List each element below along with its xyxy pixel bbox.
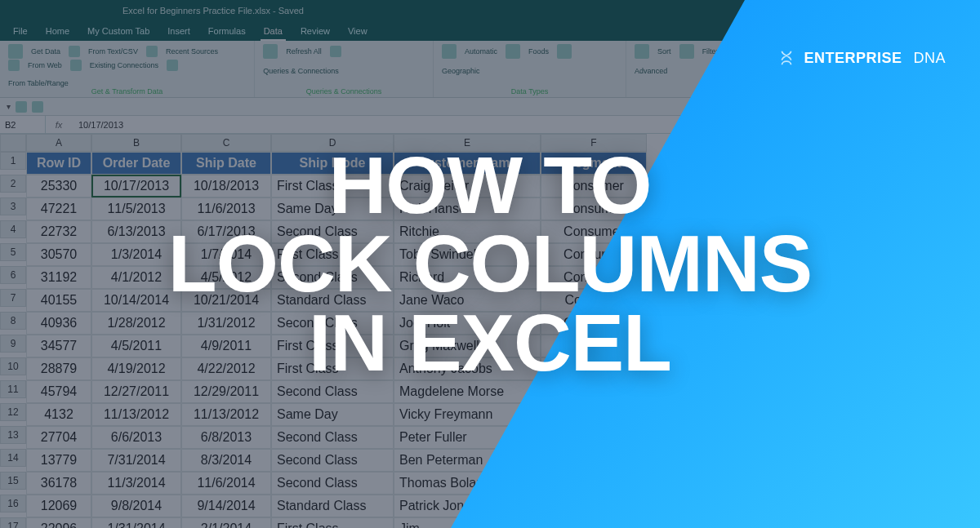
ribbon-item-label[interactable]: From Web <box>28 61 62 69</box>
cell[interactable]: Second Class <box>271 426 394 449</box>
cell[interactable]: 25330 <box>26 175 91 197</box>
cell[interactable]: 31192 <box>26 266 91 289</box>
cell[interactable]: 6/8/2013 <box>181 426 271 449</box>
cell[interactable]: Consumer <box>541 197 647 220</box>
ribbon-item-label[interactable]: Sort <box>657 47 671 55</box>
cell[interactable]: 9/14/2014 <box>181 495 271 517</box>
cell[interactable]: 22732 <box>26 220 91 243</box>
row-header[interactable]: 7 <box>0 289 26 307</box>
select-all-corner[interactable] <box>0 134 26 152</box>
cell[interactable]: 10/14/2014 <box>91 289 181 312</box>
column-header[interactable]: B <box>91 134 181 152</box>
row-header[interactable]: 13 <box>0 426 26 444</box>
ribbon-item-label[interactable]: Get Data <box>31 47 60 55</box>
row-header[interactable]: 5 <box>0 243 26 261</box>
spreadsheet-grid[interactable]: ABCDEF1Row IDOrder DateShip DateShip Mod… <box>0 134 980 528</box>
collapse-icon[interactable]: ▾ <box>7 102 11 111</box>
cell[interactable]: First Class <box>271 175 394 197</box>
cell[interactable]: 4/9/2011 <box>181 335 271 357</box>
cell[interactable]: 10/17/2013 <box>91 175 181 197</box>
cell[interactable]: Jim <box>394 517 541 528</box>
undo-icon[interactable] <box>16 101 27 113</box>
ribbon-item-label[interactable]: Text to Columns <box>896 67 949 75</box>
cell[interactable]: Greg Maxwell <box>394 335 541 357</box>
row-header[interactable]: 15 <box>0 472 26 490</box>
from-text-icon[interactable] <box>69 46 80 57</box>
column-header[interactable]: A <box>26 134 91 152</box>
from-web-icon[interactable] <box>8 60 20 71</box>
cell[interactable]: Second Class <box>271 380 394 403</box>
cell[interactable]: 4/19/2012 <box>91 357 181 380</box>
cell[interactable]: 6/17/2013 <box>181 220 271 243</box>
cell[interactable]: 45794 <box>26 380 91 403</box>
cell[interactable]: Ben Peterman <box>394 449 541 472</box>
row-header[interactable]: 16 <box>0 495 26 512</box>
cell[interactable]: Standard Class <box>271 495 394 517</box>
cell[interactable]: Standard Class <box>271 289 394 312</box>
row-header[interactable]: 17 <box>0 517 26 528</box>
cell[interactable]: First Class <box>271 517 394 528</box>
cell[interactable]: Patrick Jones <box>394 495 541 517</box>
cell[interactable]: 8/3/2014 <box>181 449 271 472</box>
cell[interactable]: 11/13/2012 <box>91 403 181 426</box>
cell[interactable]: Toby Swindell <box>394 243 541 266</box>
queries-connections-icon[interactable] <box>330 46 341 57</box>
cell[interactable]: 1/28/2012 <box>91 312 181 335</box>
ribbon-item-label[interactable]: From Text/CSV <box>88 47 138 55</box>
cell[interactable]: Corporate <box>541 289 647 312</box>
cell[interactable]: Corporate <box>541 495 647 517</box>
cell[interactable]: Thomas Boland <box>394 472 541 495</box>
ribbon-item-label[interactable]: Advanced <box>635 67 667 75</box>
cell[interactable]: Corporate <box>541 449 647 472</box>
cell[interactable]: Consumer <box>541 380 647 403</box>
cell[interactable]: 10/18/2013 <box>181 175 271 197</box>
column-header[interactable]: C <box>181 134 271 152</box>
cell[interactable]: Joel Holt <box>394 312 541 335</box>
cell[interactable]: 6/6/2013 <box>91 426 181 449</box>
tab-home[interactable]: Home <box>42 23 73 41</box>
row-header[interactable]: 1 <box>0 152 26 170</box>
column-header[interactable]: E <box>394 134 541 152</box>
cell[interactable]: Home Office <box>541 403 647 426</box>
row-header[interactable]: 4 <box>0 220 26 238</box>
cell[interactable]: Anthony Jacobs <box>394 357 541 380</box>
cell[interactable]: Consumer <box>541 426 647 449</box>
cell[interactable]: 13779 <box>26 449 91 472</box>
sort-icon[interactable] <box>635 44 649 59</box>
existing-connections-icon[interactable] <box>70 60 82 71</box>
cell[interactable]: Consumer <box>541 175 647 197</box>
tab-view[interactable]: View <box>345 23 371 41</box>
cell[interactable]: Richard <box>394 266 541 289</box>
cell[interactable]: 34577 <box>26 335 91 357</box>
cell[interactable]: Second Class <box>271 266 394 289</box>
cell[interactable]: 9/8/2014 <box>91 495 181 517</box>
row-header[interactable]: 12 <box>0 403 26 421</box>
cell[interactable]: 11/13/2012 <box>181 403 271 426</box>
cell[interactable]: 2/1/2014 <box>181 517 271 528</box>
column-header[interactable]: F <box>541 134 647 152</box>
tab-review[interactable]: Review <box>297 23 333 41</box>
cell[interactable]: Corporate <box>541 472 647 495</box>
ribbon-item-label[interactable]: Recent Sources <box>166 47 218 55</box>
table-header-cell[interactable]: Ship Date <box>181 152 271 175</box>
ribbon-item-label[interactable]: Geographic <box>442 67 480 75</box>
table-header-cell[interactable]: Row ID <box>26 152 91 175</box>
cell[interactable]: 11/5/2013 <box>91 197 181 220</box>
recent-sources-icon[interactable] <box>146 46 158 57</box>
cell[interactable]: 12/29/2011 <box>181 380 271 403</box>
cell[interactable]: 40936 <box>26 312 91 335</box>
cell[interactable]: 30570 <box>26 243 91 266</box>
row-header[interactable]: 14 <box>0 449 26 467</box>
cell[interactable]: Same Day <box>271 403 394 426</box>
from-table-icon[interactable] <box>167 60 178 71</box>
cell[interactable]: 12069 <box>26 495 91 517</box>
table-header-cell[interactable]: Customer Name <box>394 152 541 175</box>
fx-label[interactable]: fx <box>46 120 72 130</box>
cell[interactable]: Consumer <box>541 266 647 289</box>
automatic-icon[interactable] <box>442 44 457 59</box>
cell[interactable]: 1/31/2012 <box>181 312 271 335</box>
ribbon-item-label[interactable]: From Table/Range <box>8 79 69 87</box>
table-header-cell[interactable]: Ship Mode <box>271 152 394 175</box>
cell[interactable]: 28879 <box>26 357 91 380</box>
row-header[interactable]: 6 <box>0 266 26 284</box>
